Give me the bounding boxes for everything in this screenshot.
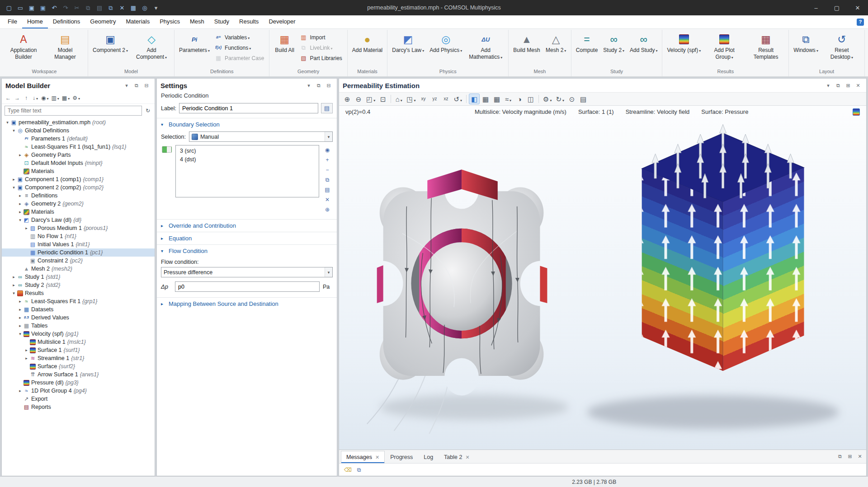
panel-menu-icon[interactable]: ▾ <box>122 81 131 90</box>
copy-icon[interactable]: ⧉ <box>83 1 94 14</box>
graphics-3d-scene[interactable] <box>339 106 866 450</box>
remove-selection-icon[interactable]: − <box>323 165 332 174</box>
dock-icon[interactable]: ⊟ <box>324 81 333 90</box>
tree-item[interactable]: ⊡Default Model Inputs{minpt} <box>2 159 155 167</box>
cut-icon[interactable]: ✂ <box>71 1 82 14</box>
selection-settings-icon[interactable]: ⚙ <box>541 94 553 104</box>
tree-item[interactable]: ▸Materials <box>2 208 155 216</box>
snapshot-icon[interactable]: ⊙ <box>566 94 577 104</box>
equation-header[interactable]: Equation <box>157 232 337 244</box>
ribbon-velocity-spf[interactable]: Velocity (spf) <box>665 31 703 69</box>
create-selection-icon[interactable]: ◉ <box>323 145 332 154</box>
tree-item[interactable]: ▸Surface 1{surf1} <box>2 346 155 354</box>
ribbon-darcy-s-law[interactable]: ◩Darcy's Law <box>390 31 426 69</box>
ribbon-component-2[interactable]: ▣Component 2 <box>90 31 130 69</box>
zoom-out-icon[interactable]: ⊖ <box>353 94 364 104</box>
ribbon-windows[interactable]: ⧉Windows <box>791 31 821 69</box>
rotate-view-icon[interactable]: ↺ <box>452 94 464 104</box>
delete-icon[interactable]: ✕ <box>117 1 127 14</box>
plot-settings-icon[interactable]: ≈ <box>503 94 514 104</box>
move-up-icon[interactable]: ↑ <box>22 94 30 103</box>
tree-expander-icon[interactable]: ▸ <box>17 210 23 214</box>
menu-physics[interactable]: Physics <box>155 15 185 28</box>
ribbon-model-manager[interactable]: ▤Model Manager <box>45 31 85 69</box>
tree-expander-icon[interactable]: ▸ <box>17 307 23 312</box>
tree-expander-icon[interactable]: ▾ <box>11 128 17 133</box>
close-tab-icon[interactable]: ✕ <box>465 454 469 460</box>
flow-condition-header[interactable]: Flow Condition <box>157 245 337 257</box>
move-down-icon[interactable]: ↓ <box>31 94 39 103</box>
selection-list-item[interactable]: 4 (dst) <box>176 155 319 164</box>
ribbon-functions[interactable]: f(x)Functions <box>213 43 267 52</box>
tree-filter-input[interactable] <box>5 106 142 116</box>
tree-item[interactable]: ⇈Arrow Surface 1{arws1} <box>2 370 155 379</box>
close-panel-icon[interactable]: ✕ <box>854 81 863 90</box>
detach-icon[interactable]: ⧉ <box>314 81 323 90</box>
tree-item[interactable]: ▤Initial Values 1{init1} <box>2 240 155 248</box>
tree-item[interactable]: ↗Export <box>2 395 155 403</box>
undo-icon[interactable]: ↶ <box>49 1 60 14</box>
ribbon-add-plot-group[interactable]: Add Plot Group <box>704 31 745 69</box>
tree-item[interactable]: ▸≈1D Plot Group 4{pg4} <box>2 387 155 395</box>
tree-item[interactable]: ▸≡Definitions <box>2 192 155 200</box>
default-view-icon[interactable]: ⌂ <box>393 94 404 104</box>
forward-icon[interactable]: → <box>13 94 21 103</box>
tree-item[interactable]: Surface{surf2} <box>2 362 155 370</box>
zoom-in-icon[interactable]: ⊕ <box>342 94 353 104</box>
color-theme-icon[interactable]: ◑ <box>514 94 525 104</box>
ribbon-add-physics[interactable]: ◎Add Physics <box>427 31 464 69</box>
show-icon[interactable]: ◉ <box>40 94 50 103</box>
tree-item[interactable]: ▸∞Study 2{std2} <box>2 281 155 289</box>
tree-item[interactable]: ▾▣Component 2 (comp2){comp2} <box>2 183 155 192</box>
tree-item[interactable]: ▸▣Component 1 (comp1){comp1} <box>2 175 155 183</box>
sort-icon[interactable]: ▥ <box>51 94 60 103</box>
paste-selection-icon[interactable]: ▤ <box>323 185 332 194</box>
ribbon-parameter-case[interactable]: ▦Parameter Case <box>213 53 267 63</box>
tree-item[interactable]: Pressure (dl){pg3} <box>2 379 155 387</box>
mapping-header[interactable]: Mapping Between Source and Destination <box>157 298 337 310</box>
tree-item[interactable]: ▸≈Least-Squares Fit 1{grp1} <box>2 297 155 305</box>
tree-item[interactable]: Multislice 1{mslc1} <box>2 338 155 346</box>
table-icon[interactable]: ▦ <box>128 1 139 14</box>
tree-expander-icon[interactable]: ▸ <box>24 348 29 352</box>
tree-expander-icon[interactable]: ▸ <box>17 323 23 328</box>
tree-expander-icon[interactable]: ▸ <box>17 315 23 320</box>
maximize-panel-icon[interactable]: ⊞ <box>845 452 854 461</box>
clear-selection-icon[interactable]: ✕ <box>323 195 332 204</box>
tab-log[interactable]: Log <box>418 451 439 463</box>
tree-expander-icon[interactable]: ▸ <box>17 201 23 206</box>
menu-results[interactable]: Results <box>234 15 264 28</box>
boundary-selection-header[interactable]: Boundary Selection <box>157 118 337 131</box>
open-icon[interactable]: ▭ <box>15 1 26 14</box>
boundary-selection-list[interactable]: 3 (src)4 (dst) <box>175 145 319 197</box>
ribbon-build-mesh[interactable]: ▲Build Mesh <box>511 31 542 69</box>
duplicate-icon[interactable]: ⧉ <box>105 1 116 14</box>
plot-badge-icon[interactable] <box>853 108 860 116</box>
override-header[interactable]: Override and Contribution <box>157 220 337 232</box>
tree-item[interactable]: ▸◈Geometry 2{geom2} <box>2 200 155 208</box>
ribbon-application-builder[interactable]: AApplication Builder <box>3 31 44 69</box>
lock-axes-icon[interactable]: ◫ <box>525 94 536 104</box>
selection-mode-select[interactable]: Manual <box>189 131 333 142</box>
ribbon-variables[interactable]: a=Variables <box>213 33 267 42</box>
tree-item[interactable]: ▸▦Tables <box>2 322 155 330</box>
ribbon-study-2[interactable]: ∞Study 2 <box>601 31 627 69</box>
columns-icon[interactable]: ▦ <box>61 94 71 103</box>
tree-item[interactable]: ▸∞Study 1{std1} <box>2 273 155 281</box>
ribbon-build-all[interactable]: ▦Build All <box>272 31 297 69</box>
tree-expander-icon[interactable]: ▾ <box>17 332 23 336</box>
zoom-extents-icon[interactable]: ◰ <box>364 94 377 104</box>
maximize-panel-icon[interactable]: ⊞ <box>844 81 853 90</box>
zoom-box-icon[interactable]: ⊡ <box>377 94 388 104</box>
menu-mesh[interactable]: Mesh <box>185 15 209 28</box>
tree-expander-icon[interactable]: ▾ <box>5 120 10 125</box>
tree-item[interactable]: ▸8.5Derived Values <box>2 314 155 322</box>
refresh-icon[interactable]: ↻ <box>144 106 152 115</box>
menu-materials[interactable]: Materials <box>121 15 155 28</box>
tree-expander-icon[interactable]: ▸ <box>11 275 17 279</box>
detach-icon[interactable]: ⧉ <box>132 81 141 90</box>
menu-study[interactable]: Study <box>209 15 234 28</box>
scene-view-icon[interactable]: ◳ <box>405 94 417 104</box>
help-icon[interactable]: ? <box>855 17 865 27</box>
tree-item[interactable]: ▾◎Global Definitions <box>2 126 155 135</box>
